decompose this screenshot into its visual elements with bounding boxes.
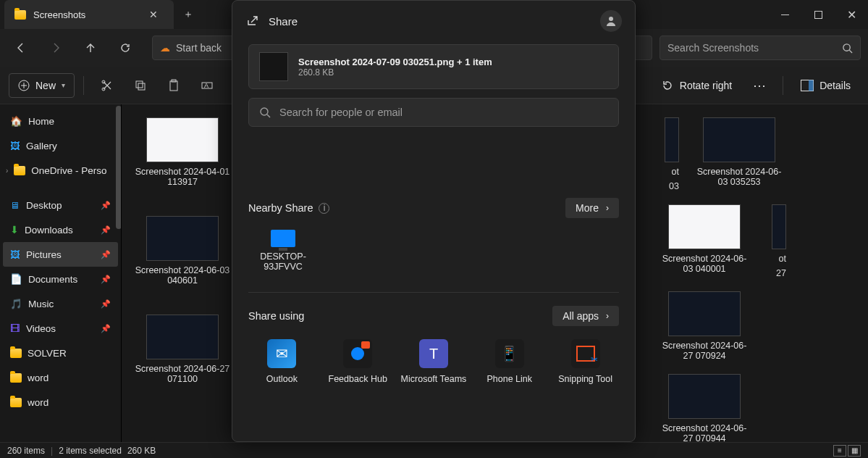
svg-point-14 [609, 17, 613, 21]
file-item[interactable]: Screenshot 2024-06-03 040601 [132, 216, 233, 286]
sidebar-item-word[interactable]: word [3, 365, 118, 390]
close-window-button[interactable]: ✕ [835, 0, 868, 29]
search-icon[interactable] [842, 43, 853, 54]
folder-icon [10, 373, 22, 383]
pin-icon: 📌 [101, 324, 111, 333]
sidebar-item-word[interactable]: word [3, 390, 118, 415]
search-box[interactable] [660, 36, 861, 60]
file-item[interactable]: ot 27 [764, 204, 786, 278]
videos-icon: 🎞 [10, 323, 20, 334]
file-item[interactable]: Screenshot 2024-06-27 070924 [657, 291, 751, 361]
up-button[interactable] [77, 34, 104, 62]
sidebar-item-videos[interactable]: 🎞 Videos 📌 [3, 316, 118, 341]
pin-icon: 📌 [101, 225, 111, 235]
close-tab-icon[interactable]: ✕ [143, 9, 164, 20]
file-item[interactable]: Screenshot 2024-06-03 035253 [692, 117, 786, 191]
all-apps-button[interactable]: All apps › [552, 306, 619, 326]
share-search[interactable] [248, 98, 619, 127]
sidebar-item-label: Music [28, 299, 54, 309]
file-name: Screenshot 2024-06-27 070944 [657, 423, 751, 444]
share-search-input[interactable] [279, 107, 608, 118]
download-icon: ⬇ [10, 224, 19, 236]
sidebar-item-music[interactable]: 🎵 Music 📌 [3, 291, 118, 316]
file-item[interactable]: Screenshot 2024-06-03 040001 [657, 204, 751, 278]
divider [83, 76, 84, 95]
more-button[interactable]: More › [565, 198, 619, 218]
back-button[interactable] [7, 34, 35, 62]
paste-button[interactable] [159, 71, 188, 100]
sidebar: 🏠 Home 🖼 Gallery › OneDrive - Perso 🖥 De… [0, 104, 122, 458]
app-label: Microsoft Teams [401, 374, 467, 384]
sidebar-item-label: Documents [28, 274, 77, 285]
status-count: 260 items [7, 446, 45, 456]
sidebar-item-desktop[interactable]: 🖥 Desktop 📌 [3, 193, 118, 217]
file-name: Screenshot 2024-06-03 040601 [132, 265, 233, 286]
file-name: 03 [669, 181, 679, 191]
nearby-share-section: Nearby Share i More › DESKTOP-93JFVVC [248, 198, 619, 272]
maximize-button[interactable] [801, 0, 835, 29]
sidebar-item-onedrive[interactable]: › OneDrive - Perso [3, 158, 118, 183]
minimize-button[interactable] [768, 0, 801, 29]
file-item[interactable]: Screenshot 2024-06-27 070944 [657, 374, 751, 444]
sidebar-item-home[interactable]: 🏠 Home [3, 109, 118, 133]
new-button[interactable]: New ▾ [9, 73, 75, 98]
details-button[interactable]: Details [792, 72, 859, 99]
file-item[interactable]: Screenshot 2024-04-01 113917 [132, 117, 233, 187]
share-header: Share [232, 1, 635, 41]
nearby-device[interactable]: DESKTOP-93JFVVC [248, 230, 318, 272]
tab-screenshots[interactable]: Screenshots ✕ [4, 0, 174, 29]
copy-button[interactable] [126, 71, 155, 100]
new-label: New [35, 80, 56, 91]
details-pane-icon [801, 80, 814, 91]
status-bar: 260 items | 2 items selected 260 KB ≡ ▦ [0, 442, 868, 458]
sidebar-item-gallery[interactable]: 🖼 Gallery [3, 133, 118, 158]
sidebar-item-solver[interactable]: SOLVER [3, 341, 118, 365]
scrollbar-thumb[interactable] [116, 106, 122, 229]
refresh-button[interactable] [111, 34, 139, 62]
chevron-right-icon: › [6, 167, 8, 175]
pictures-icon: 🖼 [10, 249, 20, 260]
share-app-outlook[interactable]: ✉ Outlook [248, 339, 316, 384]
share-item-card[interactable]: Screenshot 2024-07-09 030251.png + 1 ite… [248, 44, 619, 89]
share-app-feedback-hub[interactable]: Feedback Hub [324, 339, 392, 384]
new-tab-button[interactable]: ＋ [178, 8, 198, 21]
sidebar-item-documents[interactable]: 📄 Documents 📌 [3, 267, 118, 291]
view-grid-button[interactable]: ▦ [848, 445, 861, 457]
all-apps-label: All apps [562, 310, 599, 322]
share-app-snipping-tool[interactable]: Snipping Tool [552, 339, 619, 384]
file-item[interactable]: Screenshot 2024-06-27 071100 [132, 315, 233, 384]
more-label: More [576, 202, 599, 214]
search-input[interactable] [667, 42, 842, 54]
address-text: Start back [176, 42, 222, 54]
monitor-icon [271, 230, 295, 247]
sidebar-item-pictures[interactable]: 🖼 Pictures 📌 [3, 242, 118, 267]
share-using-label: Share using [248, 310, 304, 322]
file-item[interactable]: ot 03 [657, 117, 679, 191]
file-name: Screenshot 2024-04-01 113917 [132, 167, 233, 187]
share-app-teams[interactable]: T Microsoft Teams [400, 339, 468, 384]
more-button[interactable]: ⋯ [745, 71, 774, 100]
svg-rect-7 [138, 83, 145, 90]
cut-button[interactable] [93, 71, 122, 100]
rename-button[interactable]: A [193, 71, 222, 100]
files-pane-right[interactable]: ot 03 Screenshot 2024-06-03 035253 Scree… [647, 104, 868, 457]
account-avatar[interactable] [600, 10, 622, 32]
folder-icon [10, 349, 22, 358]
app-label: Feedback Hub [329, 374, 387, 384]
share-app-phone-link[interactable]: 📱 Phone Link [476, 339, 543, 384]
status-size: 260 KB [127, 446, 156, 456]
sidebar-item-label: SOLVER [28, 348, 67, 359]
sidebar-item-downloads[interactable]: ⬇ Downloads 📌 [3, 217, 118, 242]
svg-rect-13 [809, 80, 814, 91]
forward-button[interactable] [42, 34, 69, 62]
feedback-hub-icon [343, 339, 372, 368]
sidebar-item-label: OneDrive - Perso [31, 165, 106, 176]
rotate-right-button[interactable]: Rotate right [652, 72, 741, 99]
view-list-button[interactable]: ≡ [833, 445, 846, 457]
info-icon[interactable]: i [319, 203, 329, 214]
thumbnail [665, 117, 679, 162]
share-using-section: Share using All apps › ✉ Outlook Feedbac… [248, 292, 619, 384]
sidebar-item-label: Gallery [26, 141, 57, 151]
file-name: Screenshot 2024-06-27 070924 [657, 341, 751, 361]
sidebar-item-label: word [28, 372, 49, 383]
